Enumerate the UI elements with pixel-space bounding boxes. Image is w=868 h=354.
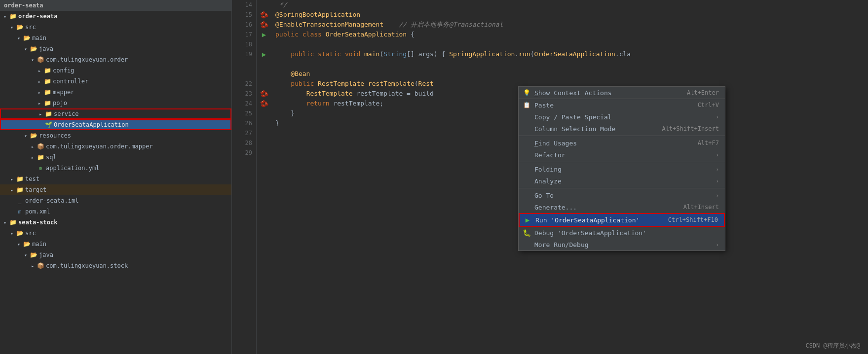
menu-item-goto[interactable]: Go To › (519, 188, 725, 201)
context-menu[interactable]: 💡 Show Context Actions Alt+Enter 📋 Paste… (518, 86, 725, 251)
watermark: CSDN @程序员小杰@ (805, 342, 860, 350)
tree-item-stock-package[interactable]: 📦 com.tulingxueyuan.stock (0, 260, 231, 271)
tree-label: com.tulingxueyuan.stock (46, 262, 128, 269)
code-line-22 (275, 59, 864, 69)
tree-item-main[interactable]: 📂 main (0, 33, 231, 43)
tree-item-service[interactable]: 📁 service (0, 108, 231, 119)
tree-label: controller (53, 78, 88, 85)
lightbulb-icon: 💡 (523, 89, 530, 97)
folder-icon: 📦 (37, 142, 44, 150)
menu-item-column-selection[interactable]: Column Selection Mode Alt+Shift+Insert (519, 123, 725, 135)
folder-icon: 📂 (23, 240, 31, 248)
menu-item-show-context-actions[interactable]: 💡 Show Context Actions Alt+Enter (519, 87, 725, 99)
file-tree[interactable]: order-seata 📁 order-seata 📂 src 📂 main 📂… (0, 0, 232, 354)
arrow-icon (8, 186, 16, 194)
empty-icon (523, 139, 530, 147)
empty-icon (523, 191, 530, 199)
arrow-icon (29, 142, 37, 150)
folder-icon: 📁 (16, 175, 24, 183)
tree-item-mapper-package[interactable]: 📦 com.tulingxueyuan.order.mapper (0, 141, 231, 152)
empty-icon (523, 165, 530, 173)
tree-item-config[interactable]: 📁 config (0, 65, 231, 76)
menu-label: Find Usages (534, 140, 577, 147)
project-title: order-seata (4, 2, 43, 9)
submenu-arrow: › (716, 178, 719, 184)
tree-item-seata-stock[interactable]: 📁 seata-stock (0, 217, 231, 228)
paste-icon: 📋 (523, 101, 530, 109)
yaml-file-icon: ⚙ (37, 164, 44, 172)
menu-item-run-application[interactable]: ▶ Run 'OrderSeataApplication' Ctrl+Shift… (519, 213, 725, 227)
tree-item-pom[interactable]: m pom.xml (0, 206, 231, 217)
menu-shortcut: Alt+Enter (687, 89, 719, 96)
tree-item-order-seata-app[interactable]: 🌱 OrderSeataApplication (0, 119, 231, 130)
menu-item-more-run-debug[interactable]: More Run/Debug › (519, 239, 725, 250)
menu-label: Refactor (534, 151, 566, 159)
menu-item-refactor[interactable]: Refactor › (519, 149, 725, 161)
tree-item-src2[interactable]: 📂 src (0, 228, 231, 239)
folder-icon: 📁 (44, 110, 52, 118)
arrow-icon (15, 240, 23, 248)
folder-icon: 📁 (16, 186, 24, 194)
menu-item-analyze[interactable]: Analyze › (519, 175, 725, 187)
gutter-icons: 🫘 🫘 ▶ ▶ 🫘 🫘 (257, 0, 271, 354)
empty-icon (523, 125, 530, 133)
tree-item-java[interactable]: 📂 java (0, 43, 231, 54)
tree-label: pojo (53, 100, 67, 106)
arrow-icon (29, 164, 37, 172)
menu-label: Show Context Actions (534, 89, 612, 97)
tree-label: src (25, 24, 36, 31)
tree-label: service (54, 110, 79, 117)
tree-item-java2[interactable]: 📂 java (0, 249, 231, 260)
menu-label: More Run/Debug (534, 241, 589, 248)
tree-item-package[interactable]: 📦 com.tulingxueyuan.order (0, 54, 231, 65)
folder-icon: 📁 (43, 99, 51, 107)
arrow-icon (29, 56, 37, 64)
menu-label: Column Selection Mode (534, 125, 615, 133)
menu-shortcut: Alt+Shift+Insert (662, 125, 719, 132)
tree-label: java (39, 45, 53, 52)
tree-item-main2[interactable]: 📂 main (0, 239, 231, 249)
submenu-arrow: › (716, 192, 719, 199)
tree-item-iml[interactable]: _ order-seata.iml (0, 195, 231, 206)
tree-label: OrderSeataApplication (54, 121, 129, 128)
tree-item-target[interactable]: 📁 target (0, 184, 231, 195)
code-line-17: public class OrderSeataApplication { (275, 30, 864, 39)
menu-label: Folding (534, 166, 562, 173)
tree-item-src[interactable]: 📂 src (0, 22, 231, 33)
arrow-icon (22, 251, 30, 259)
menu-label: Analyze (534, 177, 562, 185)
menu-label: Go To (534, 192, 554, 199)
tree-item-order-seata[interactable]: 📁 order-seata (0, 11, 231, 22)
menu-item-folding[interactable]: Folding › (519, 162, 725, 175)
tree-item-test[interactable]: 📁 test (0, 174, 231, 184)
tree-label: main (32, 35, 46, 41)
menu-item-debug-application[interactable]: 🐛 Debug 'OrderSeataApplication' (519, 227, 725, 239)
empty-icon (523, 177, 530, 185)
tree-label: target (25, 186, 46, 193)
menu-item-find-usages[interactable]: Find Usages Alt+F7 (519, 136, 725, 149)
tree-label: test (25, 176, 39, 182)
menu-label: Copy / Paste Special (534, 113, 612, 121)
tree-label: java (39, 251, 53, 258)
tree-label: com.tulingxueyuan.order (46, 56, 128, 63)
tree-item-controller[interactable]: 📁 controller (0, 76, 231, 87)
iml-file-icon: _ (16, 197, 24, 205)
project-folder-icon: 📁 (9, 12, 17, 20)
code-line-19: public static void main(String[] args) {… (275, 49, 864, 59)
menu-item-copy-paste-special[interactable]: Copy / Paste Special › (519, 111, 725, 123)
menu-label: Run 'OrderSeataApplication' (535, 216, 640, 224)
tree-item-sql[interactable]: 📁 sql (0, 152, 231, 163)
tree-item-application-yml[interactable]: ⚙ application.yml (0, 163, 231, 174)
menu-item-paste[interactable]: 📋 Paste Ctrl+V (519, 99, 725, 111)
tree-item-resources[interactable]: 📂 resources (0, 130, 231, 141)
arrow-icon (36, 99, 43, 107)
tree-item-pojo[interactable]: 📁 pojo (0, 98, 231, 108)
arrow-icon (1, 218, 9, 226)
code-editor[interactable]: 14 15 16 17 18 19 22 23 24 25 26 27 28 2… (232, 0, 868, 354)
menu-item-generate[interactable]: Generate... Alt+Insert (519, 201, 725, 213)
tree-label: application.yml (46, 165, 99, 172)
tree-label: main (32, 241, 46, 248)
submenu-arrow: › (716, 152, 719, 158)
folder-icon: 📂 (30, 132, 38, 140)
tree-item-mapper[interactable]: 📁 mapper (0, 87, 231, 98)
